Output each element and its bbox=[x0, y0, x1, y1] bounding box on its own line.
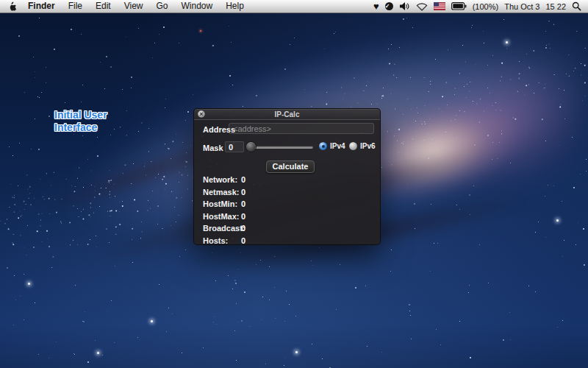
window-title: IP-Calc bbox=[194, 110, 380, 118]
battery-percentage: (100%) bbox=[473, 2, 498, 11]
result-row-network: Network: 0 bbox=[203, 174, 373, 187]
wifi-off-icon[interactable] bbox=[416, 2, 428, 11]
result-label: Netmask: bbox=[203, 188, 240, 197]
result-label: HostMax: bbox=[203, 212, 240, 221]
mask-slider[interactable] bbox=[247, 141, 313, 152]
ipv4-radio-dot[interactable] bbox=[319, 142, 327, 150]
result-row-hostmax: HostMax: 0 bbox=[203, 211, 373, 224]
menu-clock-date[interactable]: Thu Oct 3 bbox=[504, 2, 539, 11]
mask-label: Mask bbox=[203, 144, 223, 152]
result-label: Broadcast: bbox=[203, 224, 245, 233]
volume-icon[interactable] bbox=[399, 1, 410, 11]
ipv6-radio-label: IPv6 bbox=[360, 142, 376, 150]
heart-icon[interactable]: ♥ bbox=[373, 0, 379, 13]
result-label: Hosts: bbox=[203, 236, 228, 245]
result-row-hostmin: HostMin: 0 bbox=[203, 199, 373, 211]
result-row-hosts: Hosts: 0 bbox=[203, 236, 373, 248]
ip-calc-window: IP-Calc × Address Mask IPv4 IPv6 Calcula… bbox=[193, 108, 381, 245]
annotation-line-1: Initial User bbox=[54, 109, 107, 121]
calculate-button[interactable]: Calculate bbox=[266, 160, 315, 173]
apple-menu[interactable] bbox=[7, 1, 21, 12]
results-list: Network: 0 Netmask: 0 HostMin: 0 HostMax… bbox=[203, 174, 373, 248]
result-label: HostMin: bbox=[203, 199, 237, 208]
mask-value-input[interactable] bbox=[225, 141, 244, 152]
result-value: 0 bbox=[241, 212, 245, 221]
result-value: 0 bbox=[241, 175, 245, 184]
checkmark-circle-icon[interactable]: ✓ bbox=[385, 2, 393, 10]
us-flag-icon[interactable] bbox=[434, 2, 445, 10]
close-button[interactable]: × bbox=[198, 110, 205, 118]
annotation-text: Initial User Interface bbox=[54, 109, 107, 134]
result-label: Network: bbox=[203, 175, 237, 184]
result-value: 0 bbox=[241, 224, 245, 233]
menu-go[interactable]: Go bbox=[150, 0, 175, 13]
result-row-netmask: Netmask: 0 bbox=[203, 187, 373, 199]
galaxy-pink-region bbox=[398, 41, 588, 210]
result-row-broadcast: Broadcast: 0 bbox=[203, 223, 373, 236]
mask-slider-track[interactable] bbox=[247, 146, 313, 149]
ipv4-radio-label: IPv4 bbox=[330, 142, 345, 150]
annotation-line-2: Interface bbox=[54, 121, 107, 134]
ipv6-radio-dot[interactable] bbox=[349, 142, 357, 150]
mask-slider-knob[interactable] bbox=[246, 142, 256, 152]
result-value: 0 bbox=[241, 199, 245, 208]
menu-clock-time[interactable]: 15 22 bbox=[545, 2, 566, 11]
menu-finder[interactable]: Finder bbox=[21, 0, 62, 13]
menu-view[interactable]: View bbox=[118, 0, 150, 13]
menu-help[interactable]: Help bbox=[219, 0, 251, 13]
result-value: 0 bbox=[241, 188, 245, 197]
ipv6-radio[interactable]: IPv6 bbox=[349, 142, 376, 150]
menu-window[interactable]: Window bbox=[175, 0, 220, 13]
desktop: Finder File Edit View Go Window Help ♥ ✓ bbox=[0, 0, 588, 368]
apple-logo-icon bbox=[8, 1, 17, 12]
menu-file[interactable]: File bbox=[62, 0, 89, 13]
address-input[interactable] bbox=[229, 123, 374, 134]
window-titlebar[interactable]: IP-Calc × bbox=[194, 109, 380, 120]
result-value: 0 bbox=[241, 236, 245, 245]
menu-edit[interactable]: Edit bbox=[89, 0, 118, 13]
spotlight-icon[interactable] bbox=[572, 1, 581, 11]
battery-icon[interactable] bbox=[451, 2, 467, 10]
ipv4-radio[interactable]: IPv4 bbox=[319, 142, 345, 150]
menu-bar: Finder File Edit View Go Window Help ♥ ✓ bbox=[0, 0, 588, 13]
